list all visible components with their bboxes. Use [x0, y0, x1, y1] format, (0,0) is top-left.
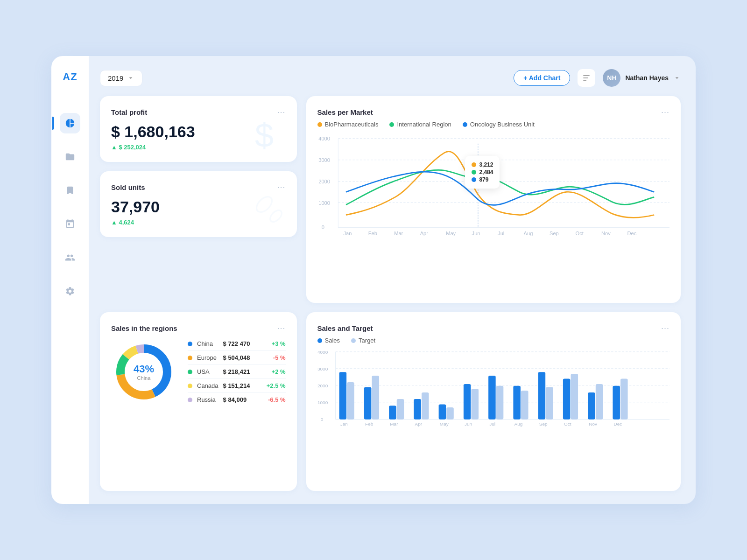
sales-target-legend: Sales Target — [317, 337, 669, 344]
svg-text:Jun: Jun — [465, 422, 472, 427]
svg-text:Apr: Apr — [420, 231, 428, 236]
region-row-russia: Russia $ 84,009 -6.5 % — [188, 393, 286, 406]
svg-text:Sep: Sep — [550, 231, 559, 236]
svg-text:Jul: Jul — [489, 422, 495, 427]
svg-rect-66 — [571, 374, 578, 420]
svg-rect-49 — [364, 387, 371, 420]
svg-rect-52 — [396, 399, 404, 420]
sales-market-chart: 4000 3000 2000 1000 0 Jan Feb Mar Apr Ma… — [317, 133, 669, 245]
sales-target-title: Sales and Target — [317, 324, 373, 332]
sold-units-title: Sold units — [111, 183, 145, 191]
svg-text:Dec: Dec — [613, 422, 622, 427]
svg-rect-53 — [414, 399, 421, 420]
svg-text:$: $ — [255, 117, 274, 153]
sidebar-item-settings[interactable] — [60, 281, 80, 301]
biopharm-dot — [317, 122, 322, 127]
sidebar-nav — [60, 113, 80, 301]
svg-text:Sep: Sep — [539, 422, 547, 427]
sidebar-item-users[interactable] — [60, 247, 80, 268]
svg-text:Feb: Feb — [368, 231, 377, 236]
svg-text:2000: 2000 — [318, 179, 330, 184]
usa-dot — [188, 370, 192, 374]
sidebar-item-bookmark[interactable] — [60, 180, 80, 201]
svg-text:1000: 1000 — [317, 400, 328, 405]
svg-text:Aug: Aug — [514, 422, 522, 427]
svg-text:Jun: Jun — [472, 231, 480, 236]
dollar-icon: $ — [250, 115, 288, 154]
svg-rect-58 — [471, 389, 479, 419]
svg-text:1000: 1000 — [318, 200, 330, 206]
regions-table: China $ 722 470 +3 % Europe $ 504,048 -5… — [188, 337, 286, 406]
svg-rect-63 — [538, 372, 545, 419]
donut-region: China — [134, 375, 154, 381]
svg-text:0: 0 — [321, 224, 324, 230]
legend-target: Target — [351, 337, 375, 344]
regions-more[interactable]: ··· — [277, 323, 286, 333]
svg-rect-48 — [347, 382, 354, 420]
svg-text:Dec: Dec — [627, 231, 636, 236]
dashboard-wrapper: AZ 2019 — [51, 56, 696, 504]
header: 2019 + Add Chart NH Nathan Hayes — [100, 69, 681, 87]
svg-text:Oct: Oct — [575, 231, 583, 236]
regions-title: Sales in the regions — [111, 324, 177, 332]
canada-dot — [188, 384, 192, 388]
main-content: 2019 + Add Chart NH Nathan Hayes — [89, 56, 696, 504]
total-profit-title: Total profit — [111, 108, 147, 116]
year-selector[interactable]: 2019 — [100, 70, 142, 86]
sales-market-card: Sales per Market ··· BioPharmaceuticals … — [306, 96, 681, 303]
svg-rect-50 — [372, 376, 379, 420]
svg-rect-60 — [496, 386, 503, 420]
svg-text:Apr: Apr — [415, 422, 422, 427]
pills-icon — [250, 190, 288, 230]
svg-rect-51 — [389, 406, 396, 419]
legend-sales: Sales — [317, 337, 340, 344]
sales-market-title: Sales per Market — [317, 108, 373, 116]
sales-target-header: Sales and Target ··· — [317, 323, 669, 333]
svg-text:Nov: Nov — [601, 231, 611, 236]
svg-text:May: May — [439, 422, 448, 427]
svg-rect-65 — [563, 379, 570, 420]
svg-rect-55 — [438, 404, 446, 419]
stats-column: Total profit ··· $ 1,680,163 ▲ $ 252,024… — [100, 96, 297, 303]
sales-target-more[interactable]: ··· — [661, 323, 669, 333]
svg-text:Jul: Jul — [498, 231, 504, 236]
sidebar-item-folder[interactable] — [60, 147, 80, 167]
sidebar: AZ — [51, 56, 89, 504]
china-dot — [188, 342, 192, 346]
user-profile[interactable]: NH Nathan Hayes — [603, 69, 681, 87]
svg-text:Mar: Mar — [394, 231, 403, 236]
legend-biopharm: BioPharmaceuticals — [317, 121, 379, 128]
sales-target-chart: 4000 3000 2000 1000 0 — [317, 350, 669, 434]
svg-point-30 — [475, 174, 480, 179]
sidebar-item-calendar[interactable] — [60, 214, 80, 234]
filter-button[interactable] — [578, 69, 595, 87]
svg-text:Jan: Jan — [343, 231, 352, 236]
content-grid: Total profit ··· $ 1,680,163 ▲ $ 252,024… — [100, 96, 681, 491]
sidebar-item-chart[interactable] — [60, 113, 80, 133]
svg-text:3000: 3000 — [317, 367, 328, 371]
regions-content: 43% China China $ 722 470 +3 % — [111, 337, 286, 406]
target-dot — [351, 338, 356, 343]
svg-text:4000: 4000 — [317, 350, 328, 354]
svg-rect-54 — [422, 392, 429, 420]
svg-text:2000: 2000 — [317, 384, 328, 388]
svg-rect-59 — [488, 376, 496, 420]
svg-text:Mar: Mar — [390, 422, 398, 427]
legend-intl: International Region — [389, 121, 451, 128]
add-chart-button[interactable]: + Add Chart — [514, 70, 570, 86]
app-logo: AZ — [63, 71, 77, 83]
total-profit-card: Total profit ··· $ 1,680,163 ▲ $ 252,024… — [100, 96, 297, 162]
europe-dot — [188, 356, 192, 360]
sales-dot — [317, 338, 322, 343]
sold-units-card: Sold units ··· 37,970 ▲ 4,624 — [100, 171, 297, 237]
russia-dot — [188, 398, 192, 402]
svg-rect-47 — [339, 372, 346, 419]
sales-market-more[interactable]: ··· — [661, 107, 669, 117]
svg-rect-70 — [620, 379, 628, 420]
svg-rect-68 — [595, 384, 603, 420]
svg-rect-69 — [613, 386, 620, 420]
regions-header: Sales in the regions ··· — [111, 323, 286, 333]
avatar: NH — [603, 69, 620, 87]
region-row-china: China $ 722 470 +3 % — [188, 337, 286, 351]
legend-oncology: Oncology Business Unit — [463, 121, 535, 128]
